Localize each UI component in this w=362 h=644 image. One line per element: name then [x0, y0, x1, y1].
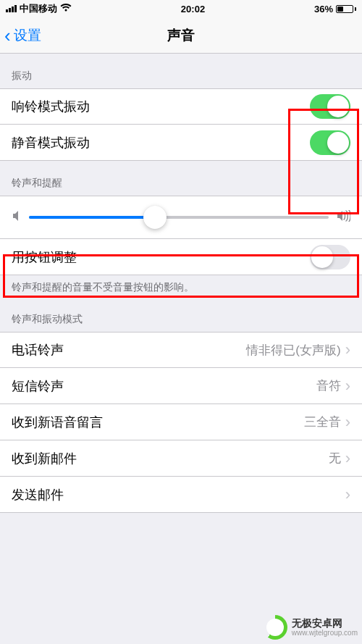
row-label: 收到新语音留言	[12, 414, 304, 431]
status-time: 20:02	[181, 4, 205, 14]
section-patterns-header: 铃声和振动模式	[0, 297, 362, 332]
status-left: 中国移动	[6, 2, 72, 15]
section-ringer-header: 铃声和提醒	[0, 161, 362, 196]
row-sent-mail[interactable]: 发送邮件 ›	[0, 477, 362, 513]
section-vibration-header: 振动	[0, 54, 362, 88]
row-voicemail[interactable]: 收到新语音留言 三全音 ›	[0, 404, 362, 440]
wifi-icon	[60, 3, 72, 14]
carrier-label: 中国移动	[20, 2, 57, 15]
row-vibrate-on-ring[interactable]: 响铃模式振动	[0, 88, 362, 125]
watermark-logo-icon	[263, 615, 287, 640]
row-change-with-buttons[interactable]: 用按钮调整	[0, 239, 362, 275]
battery-icon	[336, 5, 356, 13]
row-ringtone[interactable]: 电话铃声 情非得已(女声版) ›	[0, 332, 362, 368]
watermark-title: 无极安卓网	[292, 618, 358, 629]
row-value: 三全音	[304, 414, 341, 430]
row-text-tone[interactable]: 短信铃声 音符 ›	[0, 368, 362, 404]
switch-vibrate-silent[interactable]	[310, 130, 350, 155]
row-label: 响铃模式振动	[12, 98, 310, 115]
watermark-sub: www.wjtelgroup.com	[292, 629, 358, 637]
back-button[interactable]: ‹ 设置	[0, 26, 41, 45]
volume-high-icon	[336, 210, 350, 225]
chevron-right-icon: ›	[345, 413, 350, 432]
row-label: 用按钮调整	[12, 248, 310, 266]
chevron-right-icon: ›	[345, 485, 350, 504]
switch-change-buttons[interactable]	[310, 245, 350, 269]
volume-slider[interactable]	[29, 216, 329, 219]
chevron-left-icon: ‹	[4, 26, 11, 45]
watermark: 无极安卓网 www.wjtelgroup.com	[263, 615, 358, 640]
row-label: 电话铃声	[12, 341, 246, 359]
vibration-group: 响铃模式振动 静音模式振动	[0, 88, 362, 161]
volume-low-icon	[12, 210, 22, 225]
row-label: 静音模式振动	[12, 134, 310, 151]
chevron-right-icon: ›	[345, 449, 350, 468]
switch-vibrate-ring[interactable]	[310, 94, 350, 119]
signal-icon	[6, 5, 17, 12]
page-title: 声音	[167, 26, 195, 45]
ringer-group: 用按钮调整	[0, 196, 362, 275]
status-bar: 中国移动 20:02 36%	[0, 0, 362, 17]
row-label: 短信铃声	[12, 377, 316, 395]
row-new-mail[interactable]: 收到新邮件 无 ›	[0, 440, 362, 477]
row-label: 发送邮件	[12, 486, 345, 503]
patterns-group: 电话铃声 情非得已(女声版) › 短信铃声 音符 › 收到新语音留言 三全音 ›…	[0, 332, 362, 513]
row-value: 音符	[316, 377, 341, 394]
buttons-footer-note: 铃声和提醒的音量不受音量按钮的影响。	[0, 275, 362, 297]
back-label: 设置	[14, 26, 41, 45]
chevron-right-icon: ›	[345, 340, 350, 359]
battery-percent: 36%	[314, 4, 333, 14]
row-label: 收到新邮件	[12, 450, 329, 467]
row-volume-slider	[0, 196, 362, 239]
slider-thumb[interactable]	[143, 206, 167, 229]
chevron-right-icon: ›	[345, 377, 350, 396]
row-value: 无	[329, 450, 341, 467]
status-right: 36%	[314, 4, 356, 14]
row-vibrate-on-silent[interactable]: 静音模式振动	[0, 125, 362, 161]
nav-bar: ‹ 设置 声音	[0, 17, 362, 54]
row-value: 情非得已(女声版)	[246, 342, 340, 359]
